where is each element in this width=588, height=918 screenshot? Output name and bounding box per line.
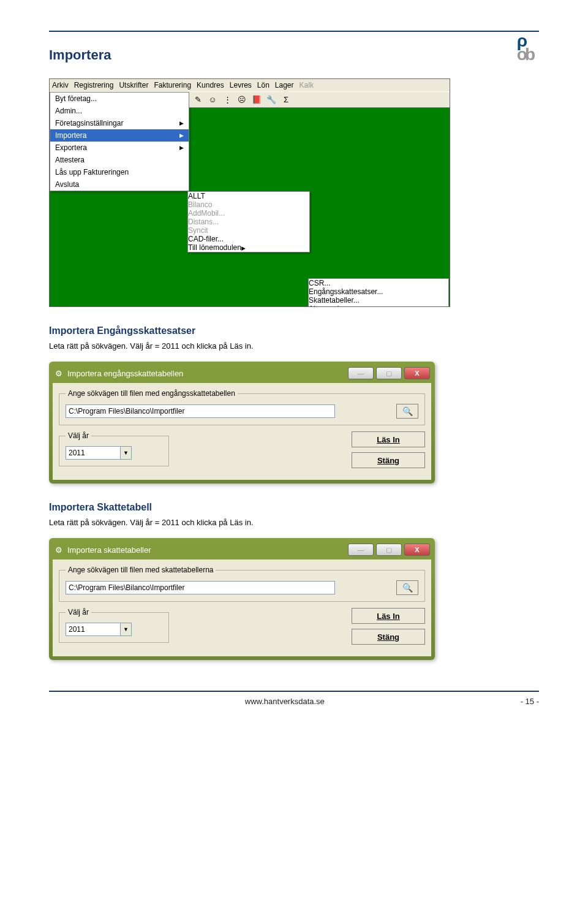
brand-logo: ρ ob	[517, 34, 533, 62]
toolbar: ✎ ☺ ⋮ ☹ 📕 🔧 Σ	[189, 92, 450, 108]
mi-exportera[interactable]: Exportera▶	[50, 142, 189, 154]
las-in-button[interactable]: Läs In	[352, 608, 425, 624]
mi-engangsskatt[interactable]: Engångsskattesatser...	[309, 287, 448, 296]
stang-button[interactable]: Stäng	[352, 452, 425, 468]
mi-skattetabeller[interactable]: Skattetabeller...	[309, 296, 448, 305]
mi-las-upp[interactable]: Lås upp Faktureringen	[50, 166, 189, 178]
menu-registrering[interactable]: Registrering	[74, 81, 114, 89]
dialog-title: Importera skattetabeller	[67, 545, 151, 555]
menu-lon[interactable]: Lön	[257, 81, 270, 89]
menu-screenshot: Arkiv Registrering Utskrifter Fakturerin…	[49, 78, 450, 307]
mi-admin[interactable]: Admin...	[50, 105, 189, 117]
menu-fakturering[interactable]: Fakturering	[154, 81, 191, 89]
menu-lager[interactable]: Lager	[275, 81, 294, 89]
chevron-down-icon[interactable]: ▼	[121, 446, 132, 460]
group-path-label: Ange sökvägen till filen med skattetabel…	[66, 566, 216, 574]
divider-bottom	[49, 691, 539, 692]
year-combo[interactable]: ▼	[66, 446, 162, 460]
heading-importera: Importera	[49, 47, 539, 63]
paragraph-engangsskatt: Leta rätt på sökvägen. Välj år = 2011 oc…	[49, 341, 539, 351]
app-icon: ⚙	[54, 368, 64, 378]
subhead-engangsskatt: Importera Engångsskattesatser	[49, 325, 539, 336]
year-input[interactable]	[66, 446, 121, 460]
dialog-title: Importera engångsskattetabellen	[67, 369, 183, 378]
maximize-button[interactable]: ▢	[376, 544, 402, 556]
dialog-skattetabell: ⚙ Importera skattetabeller — ▢ X Ange sö…	[49, 538, 435, 660]
mi-attestera[interactable]: Attestera	[50, 154, 189, 166]
frown-icon[interactable]: ☹	[236, 94, 248, 105]
stang-button[interactable]: Stäng	[352, 629, 425, 645]
year-label: Välj år	[66, 431, 91, 440]
paragraph-skattetabell: Leta rätt på sökvägen. Välj år = 2011 oc…	[49, 518, 539, 527]
mi-importera[interactable]: Importera▶	[50, 129, 189, 142]
app-icon: ⚙	[54, 545, 64, 555]
browse-button[interactable]: 🔍	[396, 404, 418, 419]
list-icon[interactable]: ⋮	[221, 94, 233, 105]
mi-foretagsinstallningar[interactable]: Företagsinställningar▶	[50, 117, 189, 129]
year-label: Välj år	[66, 608, 91, 616]
mi-distans: Distans...	[188, 218, 309, 226]
minimize-button[interactable]: —	[348, 544, 374, 556]
year-input[interactable]	[66, 623, 121, 636]
path-input[interactable]	[66, 581, 335, 594]
menu-kundres[interactable]: Kundres	[197, 81, 224, 89]
path-input[interactable]	[66, 404, 335, 418]
mi-csr[interactable]: CSR...	[309, 279, 448, 287]
mi-allt[interactable]: ALLT	[188, 192, 309, 200]
menu-utskrifter[interactable]: Utskrifter	[119, 81, 148, 89]
las-in-button[interactable]: Läs In	[352, 431, 425, 447]
page-number: - 15 -	[521, 697, 539, 706]
tool-icon[interactable]: 🔧	[265, 94, 277, 105]
footer-url: www.hantverksdata.se	[245, 697, 325, 706]
menubar: Arkiv Registrering Utskrifter Fakturerin…	[50, 79, 450, 92]
mi-cad-filer[interactable]: CAD-filer...	[188, 235, 309, 243]
smile-icon[interactable]: ☺	[206, 94, 219, 105]
mi-bilanco: Bilanco	[188, 200, 309, 209]
pencil-icon[interactable]: ✎	[192, 94, 204, 105]
mi-till-lonemodulen[interactable]: Till lönemodulen▶	[188, 243, 309, 252]
menu-levres[interactable]: Levres	[230, 81, 252, 89]
arkiv-dropdown: Byt företag... Admin... Företagsinställn…	[50, 92, 189, 191]
mi-syncit: Syncit	[188, 226, 309, 235]
mi-byt-foretag[interactable]: Byt företag...	[50, 93, 189, 105]
year-combo[interactable]: ▼	[66, 623, 162, 636]
menu-arkiv[interactable]: Arkiv	[52, 81, 69, 89]
sigma-icon[interactable]: Σ	[280, 94, 292, 105]
importera-submenu: ALLT Bilanco AddMobil... Distans... Sync…	[187, 191, 310, 252]
group-path-label: Ange sökvägen till filen med engångsskat…	[66, 389, 238, 398]
mi-addmobil: AddMobil...	[188, 209, 309, 218]
divider-top	[49, 31, 539, 32]
mi-avsluta[interactable]: Avsluta	[50, 178, 189, 191]
browse-button[interactable]: 🔍	[396, 580, 418, 595]
close-button[interactable]: X	[404, 367, 430, 379]
mi-almanacka[interactable]: Almanacka...	[309, 305, 448, 307]
maximize-button[interactable]: ▢	[376, 367, 402, 379]
subhead-skattetabell: Importera Skattetabell	[49, 502, 539, 513]
book-icon[interactable]: 📕	[251, 94, 263, 105]
dialog-engangsskatt: ⚙ Importera engångsskattetabellen — ▢ X …	[49, 362, 435, 484]
minimize-button[interactable]: —	[348, 367, 374, 379]
lonemodulen-submenu: CSR... Engångsskattesatser... Skattetabe…	[308, 278, 449, 307]
chevron-down-icon[interactable]: ▼	[121, 623, 132, 636]
close-button[interactable]: X	[404, 544, 430, 556]
menu-kalk: Kalk	[300, 81, 314, 89]
